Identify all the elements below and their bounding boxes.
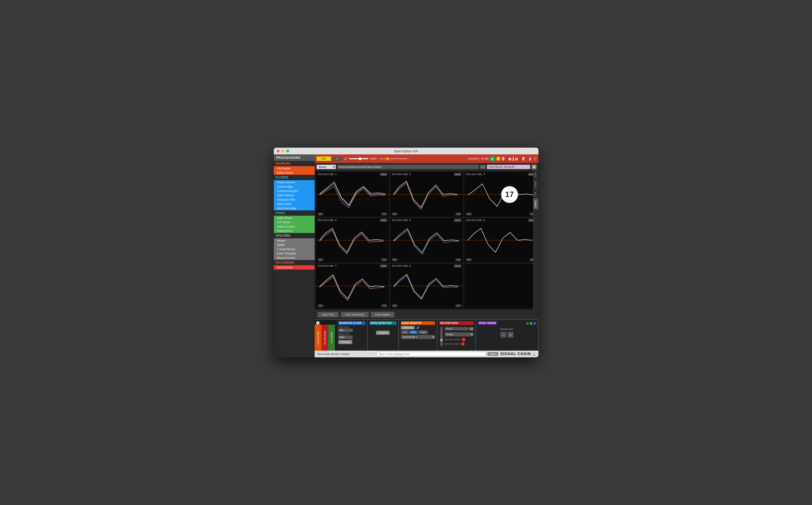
section-sinks-label: SINKS — [274, 210, 315, 216]
channels-button[interactable]: Channels — [338, 340, 352, 344]
panel-6-label-left: 250 — [466, 258, 471, 261]
gate-slider[interactable] — [379, 158, 408, 159]
sidebar-item-merger[interactable]: Merger — [274, 238, 315, 242]
lock-thresholds-button[interactable]: Lock Thresholds — [341, 312, 369, 317]
sidebar-item-record-control[interactable]: Record Control — [274, 256, 315, 260]
panel-2-mon[interactable]: MON — [454, 173, 461, 176]
sidebar-item-arduino-output[interactable]: Arduino Output — [274, 224, 315, 229]
arrow-down-icon[interactable]: ▽ — [534, 157, 537, 161]
folder-button[interactable]: 📁 — [532, 164, 537, 169]
main-window: Open Ephys GUI PROCESSORS SOURCES File R… — [274, 148, 538, 357]
panel-3-title: Stereotrode 3 — [466, 173, 485, 176]
record-path: /Users/ — [445, 327, 469, 330]
record-format-select[interactable]: Binary — [445, 332, 473, 336]
panel-1-title: Stereotrode 1 — [318, 173, 336, 176]
waveform-1 — [316, 172, 389, 217]
sidebar-item-file-reader[interactable]: File Reader — [274, 166, 315, 170]
lfp-viewer-node[interactable]: LFP VIEWER — [328, 325, 335, 351]
sidebar-item-online-psth[interactable]: Online PSTH — [274, 229, 315, 233]
time-display: 0 min 8 s — [502, 156, 532, 162]
sidebar-item-channel-map[interactable]: Channel Map — [274, 184, 315, 189]
increase-size-button[interactable]: + — [508, 332, 513, 338]
panel-7-title: Stereotrode 7 — [318, 265, 336, 267]
sidebar-item-phase-detector[interactable]: Phase Detector — [274, 180, 315, 184]
panel-7-label-right: 250 — [381, 304, 387, 307]
sidebar-item-spike-detector[interactable]: Spike Detector — [274, 193, 315, 197]
panel-1-mon[interactable]: MON — [380, 173, 387, 176]
speaker-icon[interactable]: 🔊 — [344, 157, 348, 161]
sidebar-item-multi-band[interactable]: Multi-Band Integ — [274, 206, 315, 210]
button-bar: Clear Plots Lock Thresholds Invert Spike… — [315, 310, 538, 319]
file-reader-node[interactable]: FILE READER — [315, 325, 321, 351]
latency-label: LATENCY: 23 MS — [468, 157, 489, 160]
app-body: PROCESSORS SOURCES File Reader Ephys Soc… — [274, 154, 538, 357]
sidebar-item-event-translator[interactable]: Event Translator — [274, 251, 315, 256]
sv-dot-3 — [533, 322, 536, 325]
panel-2-label-right: 250 — [455, 212, 461, 215]
decrease-size-button[interactable]: − — [501, 332, 506, 338]
waveform-5 — [390, 218, 463, 263]
save-button[interactable]: Save — [488, 352, 498, 356]
timestamp-input[interactable] — [487, 165, 530, 169]
left-tab[interactable]: Left — [401, 330, 409, 334]
clear-plots-button[interactable]: Clear Plots — [317, 312, 339, 317]
configure-button[interactable]: configure — [376, 331, 390, 335]
tab-graph[interactable]: Graph — [533, 179, 538, 190]
panel-4-mon[interactable]: MON — [380, 219, 387, 222]
slider-track-1[interactable] — [440, 327, 443, 346]
close-button[interactable] — [277, 150, 280, 152]
both-tab[interactable]: Both — [409, 330, 418, 334]
section-utilities-label: UTILITIES — [274, 233, 315, 238]
format-select[interactable]: Binary — [317, 165, 336, 169]
sidebar-item-spike-sorter[interactable]: Spike Sorter — [274, 202, 315, 206]
panel-1-label-right: 250 — [381, 212, 387, 215]
panel-3-label-left: 250 — [466, 212, 471, 215]
processors-header: PROCESSORS — [274, 154, 315, 161]
sidebar-item-audio-monitor[interactable]: > Audio Monitor — [274, 247, 315, 251]
sidebar-item-splitter[interactable]: Splitter — [274, 242, 315, 247]
panel-5-mon[interactable]: MON — [454, 219, 461, 222]
panel-5-label-right: 250 — [455, 258, 461, 261]
path-input[interactable] — [337, 165, 479, 169]
triangle-icon: △ — [533, 352, 536, 356]
message-input[interactable] — [377, 352, 486, 356]
maximize-button[interactable] — [286, 150, 289, 152]
size-controls: − + — [478, 332, 536, 338]
record-node-node[interactable]: RECORD NODE — [321, 325, 328, 351]
spike-panel-7: Stereotrode 7 MON 250 250 — [316, 263, 389, 309]
invert-spikes-button[interactable]: Invert Spikes — [371, 312, 395, 317]
spike-panel-8: Stereotrode 8 MON 250 250 — [390, 263, 463, 309]
record-events-label: RECORD EVENTS — [445, 339, 461, 341]
titlebar: Open Ephys GUI — [274, 148, 538, 154]
sidebar-item-common-avg-ref[interactable]: Common Avg Ref — [274, 189, 315, 193]
panel-2-label-left: 250 — [392, 212, 397, 215]
sidebar-item-spike-viewer[interactable]: Spike Viewer — [274, 216, 315, 220]
sv-dot-2 — [530, 322, 532, 325]
right-tab[interactable]: Right — [418, 330, 428, 334]
browse-button[interactable]: ... — [480, 165, 485, 169]
minimize-button[interactable] — [281, 150, 284, 152]
sidebar-item-lfp-viewer[interactable]: LFP Viewer — [274, 220, 315, 224]
audio-monitor-panel: AUDIO MONITOR Channels 🔊 Left Both Right… — [399, 320, 437, 351]
tab-spikes[interactable]: Spikes — [533, 198, 538, 209]
play-button[interactable]: ▶ — [490, 156, 495, 161]
spike-panel-4: Stereotrode 4 MON 250 250 — [316, 218, 389, 263]
section-recording-label: RECORDING — [274, 260, 315, 265]
tab-lfp[interactable]: LFP — [533, 190, 538, 198]
tab-info[interactable]: Info — [533, 171, 538, 179]
spike-viewer-title: SPIKE VIEWER — [478, 321, 497, 325]
stereotrode-select[interactable]: Stereotrode 1 — [401, 335, 435, 339]
low-cut-label: LOW_CUT — [338, 326, 365, 328]
record-spikes-indicator — [461, 342, 464, 346]
sidebar-item-record-node[interactable]: Record Node — [274, 265, 315, 270]
browse-record-button[interactable]: ... — [469, 327, 473, 330]
status-message: New Audio Monitor created — [317, 353, 370, 355]
sidebar-item-ephys-socket[interactable]: Ephys Socket — [274, 170, 315, 175]
channels-button-audio[interactable]: Channels — [401, 326, 415, 329]
volume-slider[interactable] — [349, 158, 368, 159]
panel-8-mon[interactable]: MON — [454, 265, 461, 268]
panel-7-mon[interactable]: MON — [380, 265, 387, 268]
sidebar-item-bandpass-filter[interactable]: Bandpass Filter — [274, 197, 315, 202]
slider-thumb-1 — [440, 339, 443, 341]
panel-8-label-left: 250 — [392, 304, 397, 307]
